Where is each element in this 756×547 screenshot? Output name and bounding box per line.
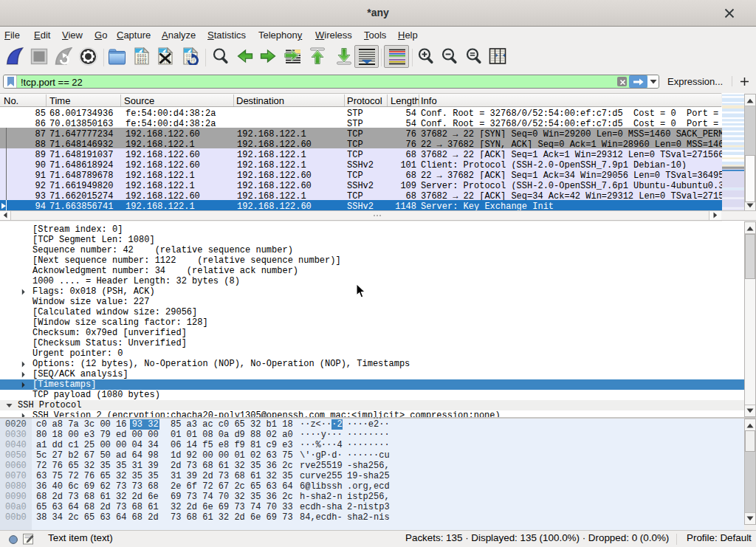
svg-text:0111: 0111: [137, 61, 147, 65]
